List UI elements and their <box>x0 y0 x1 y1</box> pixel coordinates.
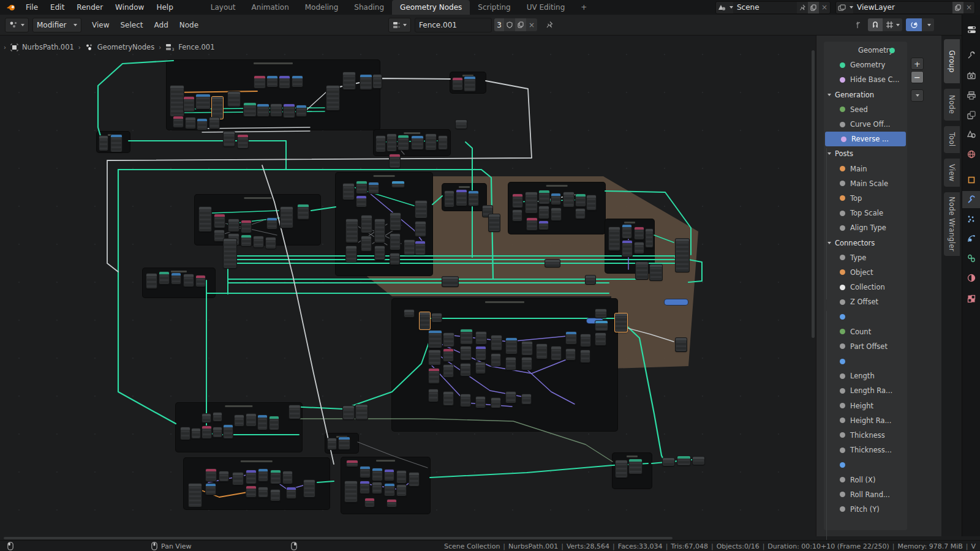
node[interactable] <box>241 235 251 246</box>
properties-tab-view-layer-icon[interactable] <box>962 107 980 124</box>
node[interactable] <box>443 365 453 377</box>
node[interactable] <box>186 118 195 129</box>
node[interactable] <box>224 425 233 438</box>
node[interactable] <box>595 333 606 345</box>
properties-tab-world-icon[interactable] <box>962 146 980 163</box>
node[interactable] <box>339 437 350 449</box>
workspace-tab-scripting[interactable]: Scripting <box>470 0 518 15</box>
remove-icon[interactable]: × <box>963 2 974 13</box>
node[interactable] <box>581 334 590 347</box>
node[interactable] <box>199 207 211 231</box>
node[interactable] <box>219 471 228 481</box>
node[interactable] <box>537 344 547 359</box>
node[interactable] <box>415 241 425 255</box>
node[interactable] <box>111 135 122 152</box>
node[interactable] <box>464 77 475 91</box>
node[interactable] <box>398 135 409 150</box>
node[interactable] <box>609 227 620 250</box>
node[interactable] <box>202 426 211 438</box>
node[interactable] <box>197 119 207 130</box>
scene-selector[interactable]: Scene × <box>715 1 831 14</box>
workspace-tab-layout[interactable]: Layout <box>203 0 244 15</box>
node[interactable] <box>233 473 243 485</box>
node[interactable] <box>456 190 467 206</box>
node[interactable] <box>387 134 396 151</box>
node[interactable] <box>347 460 358 467</box>
unlink-icon[interactable]: × <box>819 2 830 13</box>
properties-tab-modifier-icon[interactable] <box>962 191 980 208</box>
menu-file[interactable]: File <box>20 0 44 15</box>
sidebar-item-length-ra-[interactable]: Length Ra... <box>824 383 907 398</box>
node[interactable] <box>491 335 502 350</box>
workspace-tab-shading[interactable]: Shading <box>346 0 392 15</box>
node[interactable] <box>429 389 438 402</box>
sidebar-item-top[interactable]: Top <box>824 191 907 206</box>
node[interactable] <box>387 500 396 507</box>
properties-editor-type-icon[interactable] <box>962 21 980 38</box>
node[interactable] <box>595 309 606 318</box>
workspace-tab-animation[interactable]: Animation <box>244 0 297 15</box>
menu-help[interactable]: Help <box>150 0 179 15</box>
sidebar-tab-node[interactable]: Node <box>944 89 960 121</box>
properties-tab-material-icon[interactable] <box>962 269 980 287</box>
properties-tab-scene-icon[interactable] <box>962 126 980 143</box>
node[interactable] <box>390 154 400 168</box>
node[interactable] <box>385 484 394 496</box>
node[interactable] <box>539 206 549 219</box>
node[interactable] <box>677 456 690 465</box>
expand-icon[interactable]: › <box>4 44 6 51</box>
node[interactable] <box>284 104 295 118</box>
new-copy-icon[interactable] <box>808 2 819 13</box>
node[interactable] <box>228 92 240 107</box>
menu-edit[interactable]: Edit <box>44 0 70 15</box>
node[interactable] <box>246 470 256 484</box>
node[interactable] <box>356 405 368 419</box>
node[interactable] <box>343 406 354 419</box>
node[interactable] <box>202 414 211 422</box>
node[interactable] <box>271 470 281 484</box>
node[interactable] <box>506 338 517 354</box>
sidebar-item-socket[interactable] <box>824 354 907 369</box>
sidebar-item-seed[interactable]: Seed <box>824 102 907 117</box>
node[interactable] <box>665 299 688 305</box>
sidebar-item-socket[interactable] <box>824 309 907 324</box>
node[interactable] <box>258 487 268 497</box>
node[interactable] <box>266 238 276 249</box>
sidebar-item-hide-base-c-[interactable]: Hide Base C... <box>824 72 907 87</box>
node[interactable] <box>551 347 561 360</box>
node[interactable] <box>409 473 419 486</box>
node[interactable] <box>356 181 367 193</box>
node[interactable] <box>635 227 644 239</box>
properties-tab-object-icon[interactable] <box>962 171 980 189</box>
node[interactable] <box>539 221 548 230</box>
node[interactable] <box>206 484 216 495</box>
workspace-tab-modeling[interactable]: Modeling <box>297 0 347 15</box>
node[interactable] <box>676 338 687 351</box>
node[interactable] <box>587 195 596 210</box>
node[interactable] <box>522 358 532 370</box>
node[interactable] <box>443 333 454 347</box>
sidebar-tab-node-wrangler[interactable]: Node Wrangler <box>944 192 960 256</box>
snap-grid-icon[interactable] <box>883 18 902 31</box>
scene-name[interactable]: Scene <box>733 2 797 13</box>
properties-tab-physics-icon[interactable] <box>962 230 980 247</box>
node[interactable] <box>271 104 282 116</box>
sidebar-item-height-ra-[interactable]: Height Ra... <box>824 413 907 428</box>
sidebar-item-roll-rand-[interactable]: Roll Rand... <box>824 487 907 502</box>
unlink-icon[interactable]: × <box>526 18 537 31</box>
node[interactable] <box>375 246 385 260</box>
node[interactable] <box>429 331 442 348</box>
node[interactable] <box>369 182 379 193</box>
node[interactable] <box>99 136 108 151</box>
workspace-tab-uv-editing[interactable]: UV Editing <box>519 0 573 15</box>
sidebar-item-object[interactable]: Object <box>824 265 907 280</box>
node[interactable] <box>576 209 585 219</box>
node[interactable] <box>238 135 248 148</box>
node[interactable] <box>439 136 447 149</box>
sidebar-item-z-offset[interactable]: Z Offset <box>824 294 907 309</box>
node[interactable] <box>476 362 485 373</box>
node[interactable] <box>292 76 303 87</box>
node[interactable] <box>461 364 470 376</box>
node[interactable] <box>343 184 354 200</box>
node[interactable] <box>196 94 210 109</box>
